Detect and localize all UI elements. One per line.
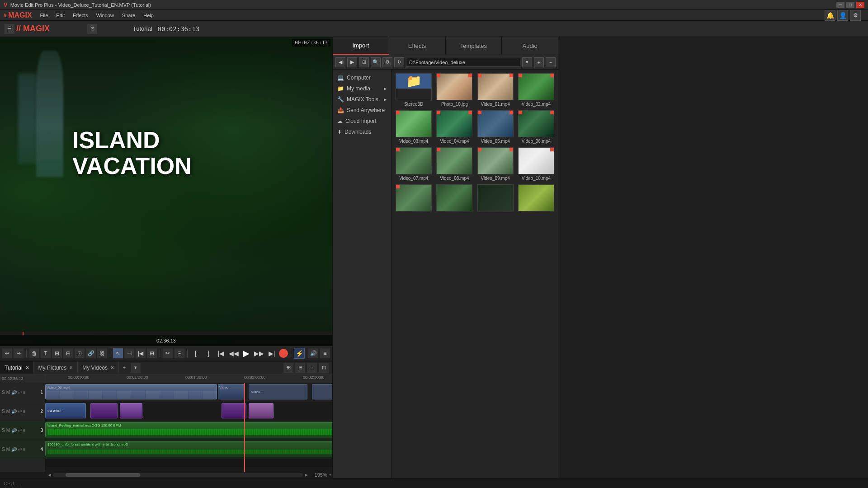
link-button[interactable]: 🔗 (86, 348, 96, 358)
fullscreen-toggle[interactable]: ⊡ (87, 24, 97, 34)
media-item-photo10[interactable]: Photo_10.jpg (436, 73, 473, 107)
menu-help[interactable]: Help (140, 12, 157, 19)
media-item-video11[interactable] (395, 184, 432, 213)
multi-button[interactable]: ⊞ (147, 348, 157, 358)
horizontal-scrollbar[interactable] (53, 473, 303, 477)
tab-effects[interactable]: Effects (389, 37, 446, 55)
nav-cloud-import[interactable]: ☁ Cloud Import (333, 116, 391, 127)
nav-magix-tools[interactable]: 🔧 MAGIX Tools ▶ (333, 94, 391, 105)
text-button[interactable]: T (41, 348, 51, 358)
view-grid-button[interactable]: ⊞ (359, 57, 369, 67)
mark-in-button[interactable]: [ (190, 348, 201, 359)
lightning-button[interactable]: ⚡ (294, 348, 305, 359)
timeline-view-btn1[interactable]: ⊞ (283, 363, 293, 373)
tab-import[interactable]: Import (333, 37, 389, 55)
settings-button[interactable]: ⚙ (850, 10, 861, 21)
media-item-video09[interactable]: Video_09.mp4 (477, 147, 514, 181)
play-button[interactable]: ▶ (241, 348, 252, 359)
clip-purple-3[interactable] (222, 403, 246, 418)
media-item-video08[interactable]: Video_08.mp4 (436, 147, 473, 181)
close-button[interactable]: ✕ (856, 2, 864, 8)
menu-file[interactable]: File (37, 12, 52, 19)
close-pictures-tab[interactable]: ✕ (69, 365, 73, 370)
timeline-view-btn3[interactable]: ≡ (307, 363, 317, 373)
delete-button[interactable]: 🗑 (29, 348, 39, 358)
media-item-video04[interactable]: Video_04.mp4 (436, 110, 473, 144)
menu-effects[interactable]: Effects (69, 12, 91, 19)
media-item-video05[interactable]: Video_05.mp4 (477, 110, 514, 144)
tab-audio[interactable]: Audio (502, 37, 558, 55)
menu-window[interactable]: Window (93, 12, 118, 19)
media-item-video12[interactable] (436, 184, 473, 213)
clip-video-main[interactable]: Video_06.mp4 (45, 384, 217, 399)
nav-back-button[interactable]: ◀ (335, 57, 345, 67)
split-button[interactable]: |◀ (136, 348, 146, 358)
remove-folder-button[interactable]: − (546, 57, 556, 67)
record-button[interactable] (279, 349, 288, 358)
timeline-scrollbar[interactable]: ◀ ▶ - 195% + (0, 472, 332, 478)
nav-downloads[interactable]: ⬇ Downloads (333, 127, 391, 137)
media-item-video03[interactable]: Video_03.mp4 (395, 110, 432, 144)
close-tutorial-tab[interactable]: ✕ (25, 365, 29, 370)
clip-video-ghost[interactable]: Video... (249, 384, 307, 399)
prev-marker-button[interactable]: |◀ (216, 348, 226, 359)
prev-frame-button[interactable]: ◀◀ (228, 348, 239, 359)
group-button[interactable]: ⊟ (63, 348, 73, 358)
timeline-view-btn4[interactable]: ⊡ (319, 363, 329, 373)
notifications-button[interactable]: 🔔 (825, 10, 835, 21)
storyboard-button[interactable]: ⊟ (175, 348, 184, 358)
menu-edit[interactable]: Edit (52, 12, 68, 19)
clip-purple-4[interactable] (249, 403, 274, 418)
menu-share[interactable]: Share (118, 12, 139, 19)
media-item-video06[interactable]: Video_06.mp4 (518, 110, 555, 144)
settings-import-button[interactable]: ⚙ (382, 57, 392, 67)
add-tab-button[interactable]: + (119, 365, 130, 371)
unlink-button[interactable]: ⛓ (97, 348, 107, 358)
cursor-button[interactable]: ↖ (113, 348, 123, 358)
nav-my-media[interactable]: 📁 My media ▶ (333, 83, 391, 94)
razor-button[interactable]: ✂ (163, 348, 173, 358)
trim-button[interactable]: ⊡ (75, 348, 85, 358)
account-button[interactable]: 👤 (837, 10, 848, 21)
media-item-video07[interactable]: Video_07.mp4 (395, 147, 432, 181)
nav-computer[interactable]: 💻 Computer (333, 72, 391, 83)
undo-button[interactable]: ↩ (2, 348, 12, 358)
clip-title-island[interactable]: ISLAND... (45, 403, 86, 418)
hamburger-button[interactable]: ☰ (5, 24, 14, 34)
clip-video-ghost2[interactable] (312, 384, 332, 399)
tab-my-videos[interactable]: My Videos ✕ (78, 361, 119, 374)
clip-purple-1[interactable] (90, 403, 118, 418)
refresh-button[interactable]: ↻ (394, 57, 404, 67)
nav-send-anywhere[interactable]: 📤 Send Anywhere (333, 105, 391, 116)
path-input[interactable] (406, 58, 520, 67)
add-folder-button[interactable]: + (534, 57, 544, 67)
view-options-button[interactable]: ≡ (320, 348, 330, 358)
close-videos-tab[interactable]: ✕ (110, 365, 114, 370)
trim-tool-button[interactable]: ⊣ (124, 348, 134, 358)
media-item-video02[interactable]: Video_02.mp4 (518, 73, 555, 107)
maximize-button[interactable]: □ (846, 2, 854, 8)
nav-forward-button[interactable]: ▶ (347, 57, 357, 67)
mark-out-button[interactable]: ] (203, 348, 214, 359)
search-button[interactable]: 🔍 (371, 57, 381, 67)
minimize-button[interactable]: ─ (836, 2, 844, 8)
next-frame-button[interactable]: ▶▶ (254, 348, 264, 359)
media-item-video13[interactable] (477, 184, 514, 213)
media-item-video10[interactable]: Video_10.mp4 (518, 147, 555, 181)
media-item-stereo3d[interactable]: 📁 Stereo3D (395, 73, 432, 107)
media-item-video01[interactable]: Video_01.mp4 (477, 73, 514, 107)
volume-button[interactable]: 🔊 (308, 348, 318, 358)
timeline-view-btn2[interactable]: ⊟ (295, 363, 305, 373)
tab-tutorial[interactable]: Tutorial ✕ (0, 361, 34, 374)
media-item-video14[interactable] (518, 184, 555, 213)
path-dropdown-button[interactable]: ▾ (522, 57, 532, 67)
redo-button[interactable]: ↪ (14, 348, 24, 358)
tab-dropdown-button[interactable]: ▾ (131, 363, 141, 373)
clip-purple-2[interactable] (120, 403, 142, 418)
clip-video-02[interactable]: Video... (218, 384, 245, 399)
tab-my-pictures[interactable]: My Pictures ✕ (34, 361, 78, 374)
clip-audio-birds[interactable]: 160280_unfb_forest-ambient-with-a-birdso… (45, 441, 332, 456)
clip-audio-main[interactable]: Island_Feeling_normal.mxcOGG 120.00 BPM (45, 422, 332, 437)
tab-templates[interactable]: Templates (446, 37, 502, 55)
snap-button[interactable]: ⊞ (52, 348, 62, 358)
